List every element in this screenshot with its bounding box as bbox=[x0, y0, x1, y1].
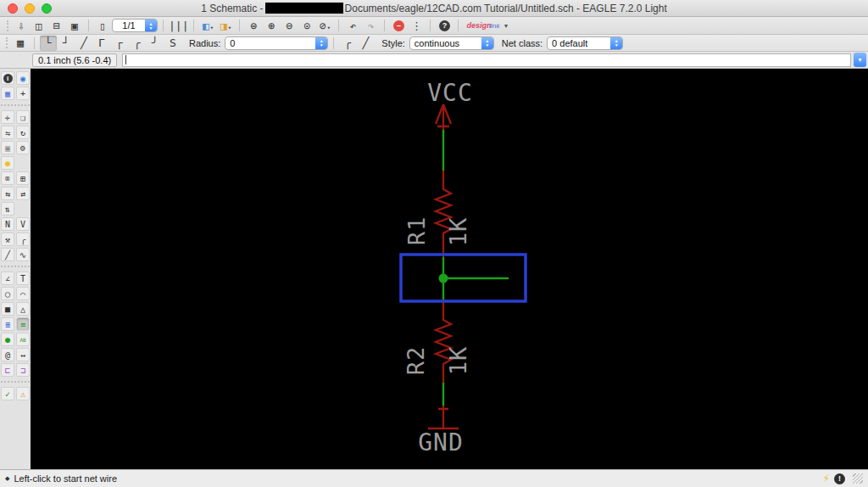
group-button[interactable]: ▣ bbox=[1, 141, 14, 154]
gnd-label[interactable]: GND bbox=[418, 428, 464, 456]
stepper-icon[interactable]: ▲ ▼ bbox=[610, 37, 622, 49]
polygon-button[interactable]: △ bbox=[16, 302, 30, 316]
stepper-icon[interactable]: ▲ ▼ bbox=[145, 20, 157, 31]
port-button[interactable]: ⊐ bbox=[16, 363, 30, 377]
delete-button[interactable]: ⌧ bbox=[1, 171, 14, 185]
bend-90-horizontal-vertical-button[interactable]: ┘ bbox=[58, 36, 75, 51]
stepper-icon[interactable]: ▲ ▼ bbox=[481, 37, 493, 49]
bolt-icon[interactable]: ⚡ bbox=[823, 473, 830, 484]
undo-button[interactable]: ↶ bbox=[344, 18, 361, 33]
miter-button[interactable]: ╭ bbox=[16, 232, 30, 246]
bus-button[interactable]: ≣ bbox=[1, 317, 14, 331]
copy-button[interactable]: ❏ bbox=[16, 110, 30, 124]
sheet-selector[interactable]: 1/1 ▲ ▼ bbox=[112, 19, 158, 32]
change-button[interactable]: ⚙ bbox=[16, 141, 30, 154]
paste-button[interactable]: ● bbox=[1, 156, 14, 170]
designlink-logo[interactable]: design link ▼ bbox=[466, 22, 509, 29]
gnd-symbol[interactable] bbox=[428, 406, 459, 428]
vcc-symbol[interactable] bbox=[436, 104, 451, 130]
replace-button[interactable]: ⇄ bbox=[16, 187, 30, 200]
radius-select[interactable]: 0 ▲ ▼ bbox=[225, 36, 328, 50]
bend-arc-alt-button[interactable]: ╯ bbox=[147, 36, 164, 51]
style-select[interactable]: continuous ▲ ▼ bbox=[409, 36, 494, 50]
schematic-canvas[interactable]: VCC GND R1 1K R2 1K bbox=[31, 69, 868, 469]
display-layers-button[interactable]: ▦ bbox=[1, 87, 14, 100]
toolbar-separator bbox=[88, 20, 89, 31]
r1-name-label[interactable]: R1 bbox=[403, 216, 430, 246]
bend-arc-90-button[interactable]: ╭ bbox=[129, 36, 146, 51]
command-history-dropdown[interactable]: ▾ bbox=[854, 53, 866, 67]
gateswap-button[interactable]: ⇅ bbox=[1, 202, 14, 216]
miter-arc-button[interactable]: ╭ bbox=[339, 36, 356, 51]
schematic-drawing[interactable]: VCC GND R1 1K R2 1K bbox=[31, 69, 868, 469]
text-button[interactable]: T bbox=[16, 271, 30, 285]
close-button[interactable] bbox=[8, 3, 18, 14]
bend-45-diagonal-button[interactable]: ╱ bbox=[75, 36, 92, 51]
r1-value-label[interactable]: 1K bbox=[445, 217, 471, 247]
rotate-button[interactable]: ↻ bbox=[16, 126, 30, 139]
sheet-thumbnail-button[interactable]: ▯ bbox=[94, 18, 111, 33]
smash-button[interactable]: ⚒ bbox=[1, 232, 14, 246]
junction-dot[interactable] bbox=[439, 274, 448, 283]
export-image-button[interactable]: ▣ bbox=[66, 18, 83, 33]
script-dots-button[interactable]: ⋮ bbox=[408, 18, 425, 33]
bend-90-vertical-horizontal-button[interactable]: └ bbox=[40, 36, 57, 51]
zoom-select-button[interactable]: ⊙ bbox=[298, 18, 315, 33]
add-part-button[interactable]: ⊞ bbox=[16, 171, 30, 185]
grid-settings-button[interactable]: ▦ bbox=[12, 36, 29, 51]
minimize-button[interactable] bbox=[25, 3, 35, 14]
dimension-button[interactable]: ↔ bbox=[16, 348, 30, 361]
zoom-redraw-button[interactable]: ⊘▾ bbox=[316, 18, 333, 33]
optimize-button[interactable]: ∿ bbox=[16, 248, 30, 261]
bend-45-then-straight-button[interactable]: Γ bbox=[93, 36, 110, 51]
help-button[interactable]: ? bbox=[436, 18, 453, 33]
info-button[interactable]: i bbox=[1, 71, 14, 85]
gateswap-icon: ⇅ bbox=[5, 204, 10, 214]
stop-button[interactable]: – bbox=[390, 18, 407, 33]
attribute-icon: @ bbox=[5, 350, 10, 360]
vcc-label[interactable]: VCC bbox=[427, 79, 473, 107]
move-button[interactable]: ✛ bbox=[1, 110, 14, 124]
zoom-in-button[interactable]: ⊕ bbox=[263, 18, 280, 33]
pinswap-button[interactable]: ⇆ bbox=[1, 187, 14, 200]
circle-button[interactable]: ○ bbox=[1, 287, 14, 300]
zoom-window-button[interactable] bbox=[42, 3, 52, 14]
resize-grip[interactable] bbox=[853, 473, 863, 484]
alert-icon[interactable]: ! bbox=[834, 473, 845, 484]
r2-value-label[interactable]: 1K bbox=[445, 346, 471, 376]
errors-button[interactable]: ⚠ bbox=[16, 387, 30, 400]
name-button[interactable]: N bbox=[1, 217, 14, 231]
net-button[interactable]: ≡ bbox=[16, 317, 30, 331]
mirror-button[interactable]: ⇋ bbox=[1, 126, 14, 139]
open-button[interactable]: ⇩ bbox=[13, 18, 30, 33]
value-button[interactable]: V bbox=[16, 217, 30, 231]
junction-button[interactable]: ● bbox=[1, 333, 14, 346]
attribute-button[interactable]: @ bbox=[1, 348, 14, 361]
print-button[interactable]: ⊟ bbox=[48, 18, 65, 33]
erc-button[interactable]: ✓ bbox=[1, 387, 14, 400]
command-input[interactable] bbox=[122, 53, 851, 67]
stepper-icon[interactable]: ▲ ▼ bbox=[315, 37, 327, 49]
zoom-out-button[interactable]: ⊖ bbox=[281, 18, 298, 33]
mark-icon: + bbox=[20, 89, 25, 98]
bend-straight-then-45-button[interactable]: ┌ bbox=[111, 36, 128, 51]
label-button[interactable]: AB bbox=[16, 333, 30, 346]
pin-button[interactable]: ⊏ bbox=[1, 363, 14, 377]
split-button[interactable]: ╱ bbox=[1, 248, 14, 261]
mark-button[interactable]: + bbox=[16, 87, 30, 100]
bend-freehand-button[interactable]: S bbox=[164, 36, 181, 51]
miter-line-button[interactable]: ╱ bbox=[357, 36, 374, 51]
r2-name-label[interactable]: R2 bbox=[403, 346, 429, 376]
netclass-select[interactable]: 0 default ▲ ▼ bbox=[547, 36, 623, 50]
arc-button[interactable]: ⌒ bbox=[16, 287, 30, 300]
layer-settings-button[interactable]: ||| bbox=[169, 18, 188, 33]
rect-button[interactable]: ■ bbox=[1, 302, 14, 316]
layer-settings-icon: ||| bbox=[169, 20, 188, 32]
stepper-down-icon: ▼ bbox=[615, 43, 619, 47]
zoom-fit-button[interactable]: ⊜ bbox=[245, 18, 262, 33]
save-button[interactable]: ◫ bbox=[31, 18, 47, 33]
wire-button[interactable]: ∠ bbox=[1, 271, 14, 285]
switch-to-board-button[interactable]: ◧▾ bbox=[199, 18, 216, 33]
run-ulp-button[interactable]: ◨▾ bbox=[217, 18, 234, 33]
show-button[interactable]: ◉ bbox=[16, 71, 30, 85]
